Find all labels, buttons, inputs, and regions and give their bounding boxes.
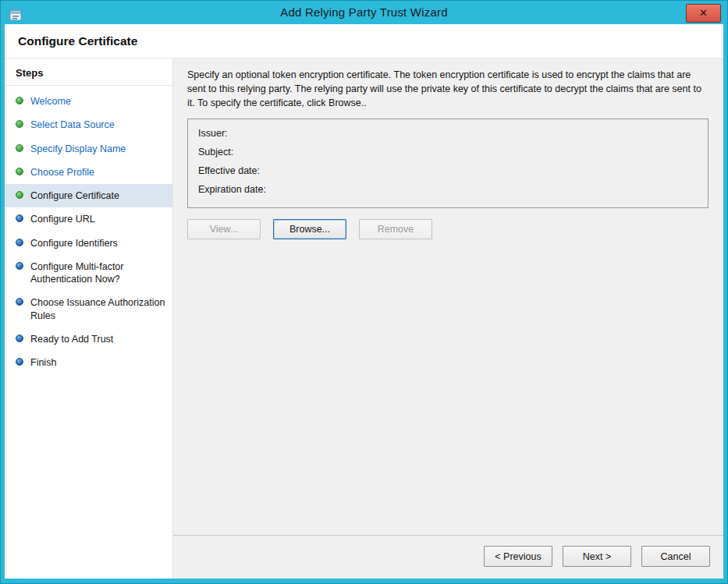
sidebar-item-welcome[interactable]: Welcome (5, 90, 172, 113)
cancel-button[interactable]: Cancel (641, 546, 710, 567)
sidebar-item-choose-issuance-rules: Choose Issuance Authorization Rules (5, 291, 172, 327)
sidebar-item-configure-certificate[interactable]: Configure Certificate (5, 184, 172, 207)
sidebar-item-configure-identifiers: Configure Identifiers (5, 232, 172, 255)
step-upcoming-dot-icon (16, 214, 23, 222)
wizard-icon (9, 6, 23, 19)
window-title: Add Relying Party Trust Wizard (280, 5, 447, 19)
step-done-dot-icon (16, 168, 23, 175)
wizard-window: Add Relying Party Trust Wizard ✕ Configu… (0, 0, 728, 584)
steps-sidebar: Steps Welcome Select Data Source Specify… (5, 58, 173, 579)
wizard-footer: < Previous Next > Cancel (173, 535, 723, 579)
sidebar-item-choose-profile[interactable]: Choose Profile (5, 161, 172, 184)
step-current-dot-icon (16, 191, 23, 199)
step-done-dot-icon (16, 120, 23, 128)
sidebar-item-select-data-source[interactable]: Select Data Source (5, 113, 172, 136)
page-header: Configure Certificate (5, 24, 723, 58)
title-bar: Add Relying Party Trust Wizard ✕ (1, 1, 727, 24)
content-pane: Specify an optional token encryption cer… (173, 58, 723, 579)
step-done-dot-icon (16, 97, 23, 104)
sidebar-item-configure-url: Configure URL (5, 207, 172, 231)
steps-heading: Steps (5, 58, 172, 86)
sidebar-item-ready-to-add-trust: Ready to Add Trust (5, 327, 172, 351)
issuer-label: Issuer: (198, 128, 698, 139)
view-button: View... (187, 219, 261, 239)
sidebar-item-configure-mfa: Configure Multi-factor Authentication No… (5, 255, 172, 292)
subject-label: Subject: (198, 147, 698, 158)
close-button[interactable]: ✕ (686, 4, 721, 23)
step-upcoming-dot-icon (16, 298, 23, 306)
browse-button[interactable]: Browse... (273, 219, 346, 239)
wizard-frame: Configure Certificate Steps Welcome Sele… (5, 24, 723, 579)
close-icon: ✕ (699, 2, 708, 25)
sidebar-item-finish: Finish (5, 351, 172, 374)
step-upcoming-dot-icon (16, 239, 23, 246)
instructions-text: Specify an optional token encryption cer… (187, 69, 709, 110)
sidebar-item-specify-display-name[interactable]: Specify Display Name (5, 137, 172, 161)
page-title: Configure Certificate (18, 34, 137, 48)
next-button[interactable]: Next > (563, 546, 631, 567)
steps-list: Welcome Select Data Source Specify Displ… (5, 86, 172, 374)
previous-button[interactable]: < Previous (484, 546, 552, 567)
step-upcoming-dot-icon (16, 334, 23, 342)
certificate-actions: View... Browse... Remove (187, 219, 709, 239)
certificate-details-box: Issuer: Subject: Effective date: Expirat… (187, 119, 708, 208)
step-upcoming-dot-icon (16, 262, 23, 270)
effective-date-label: Effective date: (198, 165, 698, 176)
remove-button: Remove (359, 219, 432, 239)
expiration-date-label: Expiration date: (198, 184, 698, 195)
step-upcoming-dot-icon (16, 358, 23, 366)
step-done-dot-icon (16, 144, 23, 152)
